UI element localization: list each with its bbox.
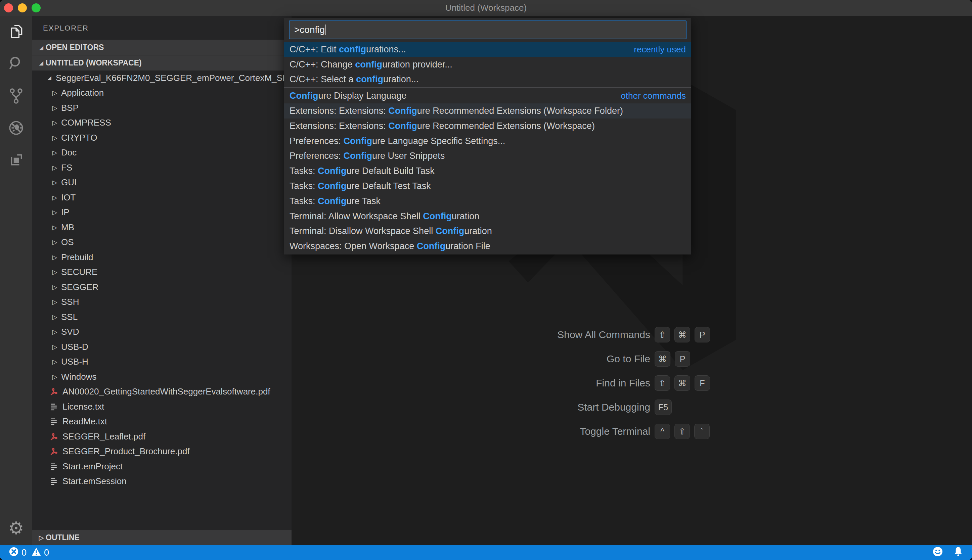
tree-item-secure[interactable]: ▷SECURE: [32, 265, 292, 280]
section-header-untitled-workspace-[interactable]: ◢UNTITLED (WORKSPACE): [32, 55, 292, 70]
palette-item-label: Terminal: Disallow Workspace Shell Confi…: [290, 226, 492, 237]
palette-item-tasks-config[interactable]: Tasks: Configure Default Test Task: [284, 178, 691, 194]
tree-item-start-emproject[interactable]: Start.emProject: [32, 459, 292, 474]
sidebar-explorer: EXPLORER ◢OPEN EDITORS◢UNTITLED (WORKSPA…: [32, 16, 292, 545]
keycap: ⇧: [655, 327, 670, 342]
tree-item-bsp[interactable]: ▷BSP: [32, 100, 292, 115]
settings-gear-icon[interactable]: ⚙: [0, 513, 32, 543]
twisty-collapsed-icon: ▷: [50, 283, 59, 291]
palette-item-preferences-config[interactable]: Preferences: Configure User Snippets: [284, 149, 691, 164]
debug-icon: [8, 120, 25, 138]
twisty-collapsed-icon: ▷: [50, 164, 59, 172]
keycap: ⌘: [674, 327, 690, 342]
feedback-smiley-icon[interactable]: [932, 546, 943, 559]
tree-item-usb-h[interactable]: ▷USB-H: [32, 355, 292, 370]
keycap: ⌘: [674, 375, 690, 391]
tree-item-an00020-gettingstartedwithseggerevalsoft[interactable]: AN00020_GettingStartedWithSeggerEvalsoft…: [32, 384, 292, 400]
palette-item-c-c-edit-config[interactable]: C/C++: Edit configurations...recently us…: [284, 42, 691, 57]
extensions-icon: [8, 152, 25, 170]
tree-item-os[interactable]: ▷OS: [32, 235, 292, 250]
tree-item-label: CRYPTO: [61, 133, 97, 143]
activity-bar-item-debug[interactable]: [0, 112, 32, 145]
tree-item-label: MB: [61, 222, 74, 233]
twisty-collapsed-icon: ▷: [50, 119, 59, 127]
tree-item-label: IP: [61, 207, 70, 218]
palette-item-c-c-select-a-config[interactable]: C/C++: Select a configuration...: [284, 72, 691, 87]
shortcut-hint-find-in-files: Find in Files⇧⌘F: [482, 375, 710, 391]
twisty-collapsed-icon: ▷: [50, 223, 59, 231]
tree-item-gui[interactable]: ▷GUI: [32, 175, 292, 190]
palette-item-label: Extensions: Extensions: Configure Recomm…: [290, 106, 623, 116]
tree-item-label: AN00020_GettingStartedWithSeggerEvalsoft…: [62, 387, 270, 397]
notifications-bell-icon[interactable]: [953, 546, 963, 559]
keycap: P: [695, 327, 710, 342]
palette-item-extensions-extensions-config[interactable]: Extensions: Extensions: Configure Recomm…: [284, 103, 691, 118]
tree-item-label: Start.emSession: [62, 476, 127, 487]
palette-item-tasks-config[interactable]: Tasks: Configure Default Build Task: [284, 163, 691, 178]
txt-icon: [49, 462, 58, 471]
tree-item-compress[interactable]: ▷COMPRESS: [32, 115, 292, 131]
command-palette-input[interactable]: >config: [289, 20, 687, 39]
tree-item-mb[interactable]: ▷MB: [32, 220, 292, 235]
warning-icon: [31, 547, 41, 559]
activity-bar-item-search[interactable]: [0, 48, 32, 80]
tree-item-label: FS: [61, 162, 72, 173]
activity-bar-item-source-control[interactable]: [0, 80, 32, 112]
tree-item-usb-d[interactable]: ▷USB-D: [32, 340, 292, 355]
tree-item-ssl[interactable]: ▷SSL: [32, 310, 292, 325]
tree-item-license-txt[interactable]: License.txt: [32, 399, 292, 414]
tree-item-readme-txt[interactable]: ReadMe.txt: [32, 414, 292, 429]
error-count: 0: [22, 548, 27, 558]
outline-section-header[interactable]: ▷ OUTLINE: [32, 530, 292, 545]
shortcut-label: Find in Files: [482, 377, 650, 389]
keycap: ⇧: [674, 424, 690, 439]
keycap: P: [675, 351, 690, 367]
palette-item-config[interactable]: Configure Display Languageother commands: [284, 88, 691, 103]
tree-item-crypto[interactable]: ▷CRYPTO: [32, 130, 292, 145]
tree-item-application[interactable]: ▷Application: [32, 86, 292, 101]
shortcut-label: Start Debugging: [482, 402, 650, 413]
tree-item-prebuild[interactable]: ▷Prebuild: [32, 250, 292, 265]
activity-bar-item-explorer[interactable]: [0, 16, 32, 48]
twisty-expanded-icon: ◢: [37, 60, 46, 66]
tree-item-segger[interactable]: ▷SEGGER: [32, 280, 292, 295]
tree-item-label: Doc: [61, 147, 77, 158]
twisty-collapsed-icon: ▷: [50, 298, 59, 306]
keycap: `: [694, 424, 710, 439]
palette-item-workspaces-open-workspace-config[interactable]: Workspaces: Open Workspace Configuration…: [284, 239, 691, 254]
pdf-icon: [49, 447, 58, 456]
palette-item-c-c-change-config[interactable]: C/C++: Change configuration provider...: [284, 57, 691, 72]
tree-item-label: Start.emProject: [62, 461, 123, 472]
keycap: F: [695, 375, 710, 391]
palette-item-terminal-allow-workspace-shell-config[interactable]: Terminal: Allow Workspace Shell Configur…: [284, 209, 691, 224]
tree-item-fs[interactable]: ▷FS: [32, 160, 292, 175]
palette-item-tasks-config[interactable]: Tasks: Configure Task: [284, 194, 691, 209]
tree-item-label: COMPRESS: [61, 118, 111, 128]
palette-item-preferences-config[interactable]: Preferences: Configure Language Specific…: [284, 133, 691, 149]
tree-item-label: SSL: [61, 312, 78, 322]
problems-warnings-indicator[interactable]: 0: [31, 547, 49, 559]
tree-item-segger-leaflet-pdf[interactable]: SEGGER_Leaflet.pdf: [32, 429, 292, 444]
tree-item-svd[interactable]: ▷SVD: [32, 325, 292, 340]
tree-item-ssh[interactable]: ▷SSH: [32, 295, 292, 310]
tree-item-doc[interactable]: ▷Doc: [32, 145, 292, 160]
palette-item-terminal-disallow-workspace-shell-config[interactable]: Terminal: Disallow Workspace Shell Confi…: [284, 224, 691, 239]
source-control-icon: [8, 87, 25, 105]
txt-icon: [49, 402, 58, 411]
activity-bar-item-extensions[interactable]: [0, 145, 32, 177]
shortcut-label: Toggle Terminal: [482, 426, 650, 437]
tree-item-seggereval-k66fn2m0-segger-empower-corte[interactable]: ◢SeggerEval_K66FN2M0_SEGGER_emPower_Cort…: [32, 70, 292, 86]
palette-item-label: Preferences: Configure Language Specific…: [290, 136, 505, 147]
section-header-open-editors[interactable]: ◢OPEN EDITORS: [32, 40, 292, 55]
tree-item-windows[interactable]: ▷Windows: [32, 369, 292, 384]
tree-item-iot[interactable]: ▷IOT: [32, 190, 292, 205]
palette-item-label: Terminal: Allow Workspace Shell Configur…: [290, 211, 479, 222]
shortcut-label: Show All Commands: [482, 329, 650, 340]
tree-item-segger-product-brochure-pdf[interactable]: SEGGER_Product_Brochure.pdf: [32, 444, 292, 459]
keycap: ⌘: [655, 351, 670, 367]
twisty-expanded-icon: ◢: [37, 45, 46, 51]
tree-item-ip[interactable]: ▷IP: [32, 205, 292, 220]
problems-errors-indicator[interactable]: 0: [9, 547, 27, 559]
tree-item-start-emsession[interactable]: Start.emSession: [32, 474, 292, 489]
palette-item-extensions-extensions-config[interactable]: Extensions: Extensions: Configure Recomm…: [284, 118, 691, 133]
